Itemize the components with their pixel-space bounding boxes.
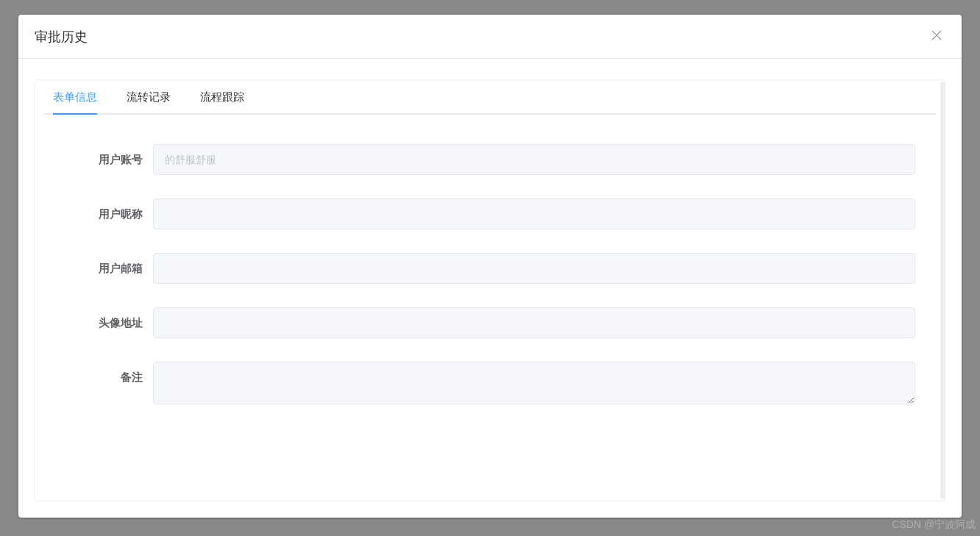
label-user-account: 用户账号 — [50, 144, 153, 175]
tabs-nav: 表单信息 流转记录 流程跟踪 — [44, 80, 936, 115]
watermark: CSDN @宁波阿成 — [892, 518, 976, 532]
textarea-remark[interactable] — [153, 362, 915, 404]
input-user-email[interactable] — [153, 253, 915, 284]
label-user-nickname: 用户昵称 — [50, 199, 153, 229]
tab-flow-record[interactable]: 流转记录 — [127, 80, 171, 115]
approval-history-modal: 审批历史 表单信息 流转记录 流程跟踪 用户账号 — [18, 15, 962, 518]
label-user-email: 用户邮箱 — [50, 253, 153, 284]
row-user-email: 用户邮箱 — [50, 253, 930, 284]
modal-header: 审批历史 — [18, 15, 962, 59]
modal-body: 表单信息 流转记录 流程跟踪 用户账号 用户昵称 — [18, 59, 962, 518]
form-panel: 用户账号 用户昵称 用户邮箱 — [35, 115, 945, 446]
content-card: 表单信息 流转记录 流程跟踪 用户账号 用户昵称 — [35, 79, 945, 501]
close-icon[interactable] — [928, 26, 945, 46]
row-user-nickname: 用户昵称 — [50, 199, 930, 229]
modal-title: 审批历史 — [35, 28, 88, 46]
input-user-account[interactable] — [153, 144, 915, 175]
label-avatar-url: 头像地址 — [50, 307, 153, 338]
label-remark: 备注 — [50, 362, 153, 393]
input-avatar-url[interactable] — [153, 307, 915, 338]
row-avatar-url: 头像地址 — [50, 307, 930, 338]
row-user-account: 用户账号 — [50, 144, 930, 175]
input-user-nickname[interactable] — [153, 199, 915, 229]
tab-flow-trace[interactable]: 流程跟踪 — [200, 80, 244, 115]
row-remark: 备注 — [50, 362, 930, 407]
tab-form-info[interactable]: 表单信息 — [53, 80, 97, 115]
